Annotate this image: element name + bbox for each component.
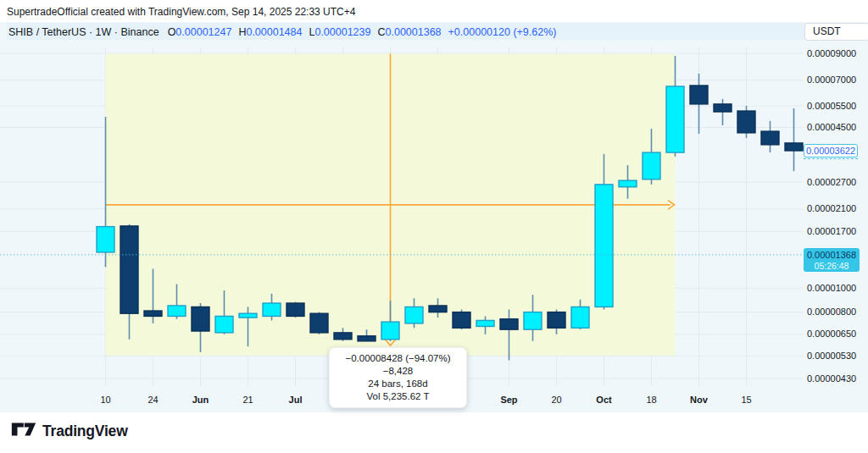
price-label-dash-line [804,158,858,159]
tradingview-logo-label: TradingView [42,423,128,440]
tradingview-logo[interactable]: TradingView [11,419,128,443]
measure-volume: Vol 5,235.62 T [335,390,461,403]
price-tick-label: 0.00000430 [807,373,856,384]
time-tick-label: 15 [741,395,751,405]
high-value: 0.00001484 [246,26,302,38]
legend-close: C0.00001368 [377,26,441,38]
low-value: 0.00001239 [314,26,370,38]
time-tick-label: Sep [500,395,517,405]
price-tick-label: 0.00007000 [807,75,856,85]
last-price-value: 0.00001368 [804,249,860,261]
bar-countdown: 05:26:48 [804,261,860,271]
price-tick-label: 0.00002700 [807,177,856,187]
price-tick-label: 0.00000800 [807,307,856,317]
close-letter: C [377,26,385,38]
time-tick-label: 20 [551,395,561,405]
time-tick-label: Nov [690,395,708,405]
open-value: 0.00001247 [175,26,231,38]
price-tick-label: 0.00000650 [807,329,856,339]
watermark-text: SupertradeOfficial created with TradingV… [7,6,355,18]
change-value: +0.00000120 (+9.62%) [448,26,557,38]
price-label-highlight: 0.00003622 [804,144,858,157]
tradingview-window: SupertradeOfficial created with TradingV… [0,0,868,453]
close-value: 0.00001368 [386,26,442,38]
tradingview-logo-icon [11,419,36,443]
price-tick-label: 0.00002100 [807,203,856,213]
time-tick-label: 10 [100,395,110,405]
price-tick-label: 0.00004500 [807,122,856,132]
legend-open: O0.00001247 [168,26,232,38]
time-tick-label: 24 [147,395,158,405]
time-tick-label: Jun [192,395,209,405]
measure-price-change: −0.00008428 (−94.07%) −8,428 [335,352,461,378]
price-tick-label: 0.00001000 [807,283,856,293]
open-letter: O [168,26,176,38]
last-price-label: 0.00001368 05:26:48 [804,248,860,272]
price-axis[interactable]: 0.000090000.000070000.000055000.00004500… [803,0,868,412]
measure-bars-duration: 24 bars, 168d [335,378,461,390]
time-tick-label: Jul [289,395,303,405]
symbol-title[interactable]: SHIB / TetherUS · 1W · Binance [8,26,159,38]
price-tick-label: 0.00001700 [807,226,856,236]
time-tick-label: 21 [242,395,253,405]
symbol-legend: SHIB / TetherUS · 1W · Binance O0.000012… [8,25,556,39]
price-tick-label: 0.00005500 [807,101,856,111]
legend-high: H0.00001484 [238,26,302,38]
legend-low: L0.00001239 [309,26,370,38]
currency-toggle-button[interactable]: USDT [804,23,868,41]
price-tick-label: 0.00000530 [807,351,856,361]
price-tick-label: 0.00009000 [807,48,856,58]
time-tick-label: Oct [596,395,611,405]
measure-tooltip: −0.00008428 (−94.07%) −8,428 24 bars, 16… [329,347,467,408]
time-tick-label: 18 [646,395,656,405]
